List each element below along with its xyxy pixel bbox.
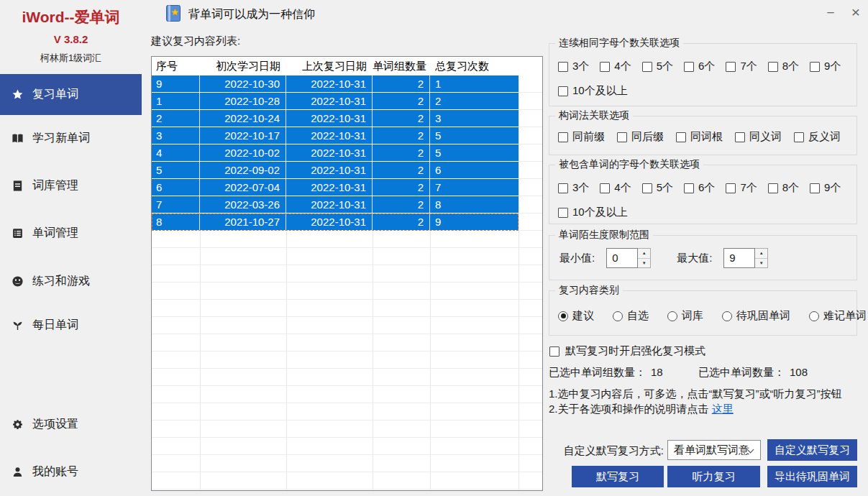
table-row[interactable]: 8 2021-10-27 2022-10-31 2 9 (152, 213, 518, 231)
radio-suggested[interactable]: 建议 (558, 309, 594, 323)
radio-hard-to-remember[interactable]: 难记单词 (809, 309, 867, 323)
column-header[interactable]: 序号 (152, 57, 200, 75)
spin-down-icon[interactable]: ▼ (638, 259, 650, 268)
checkbox-4-letters[interactable]: 4个 (600, 60, 631, 73)
checkbox-label: 8个 (782, 60, 799, 73)
sidebar-item-my-account[interactable]: 我的账号 (0, 451, 142, 492)
column-header[interactable]: 单词组数量 (373, 57, 430, 75)
max-value-spinner[interactable]: 9 ▲▼ (723, 248, 768, 268)
radio-word-library[interactable]: 词库 (667, 309, 703, 323)
sprout-icon (12, 319, 24, 331)
help-link[interactable]: 这里 (712, 403, 734, 415)
checkbox-synonym[interactable]: 同义词 (735, 130, 782, 144)
table-row[interactable]: 6 2022-07-04 2022-10-31 2 7 (152, 179, 518, 196)
table-cell: 2022-09-02 (200, 162, 286, 178)
checkbox-label: 4个 (614, 60, 631, 73)
sidebar-item-label: 我的账号 (32, 464, 78, 479)
checkbox-label: 5个 (657, 181, 673, 195)
checkbox-same-root[interactable]: 同词根 (676, 130, 723, 144)
instruction-line-2: 2.关于各选项和操作的说明请点击 这里 (549, 401, 865, 416)
checkbox-7-letters[interactable]: 7个 (726, 181, 757, 195)
checkbox-6-letters[interactable]: 6个 (684, 60, 715, 73)
sidebar-item-word-management[interactable]: 单词管理 (0, 213, 142, 254)
sidebar-item-label: 选项设置 (32, 417, 78, 432)
table-cell: 7 (152, 196, 200, 213)
checkbox-antonym[interactable]: 反义词 (794, 130, 841, 144)
checkbox-same-suffix[interactable]: 同后缀 (617, 130, 664, 144)
checkbox-label: 反义词 (808, 130, 841, 144)
review-list-table[interactable]: 序号 初次学习日期 上次复习日期 单词组数量 总复习次数 9 2022-10-3… (151, 56, 543, 491)
table-cell: 2022-10-31 (286, 196, 373, 213)
table-row[interactable]: 9 2022-10-30 2022-10-31 2 1 (152, 75, 518, 93)
radio-icon (667, 311, 677, 321)
checkbox-9-letters[interactable]: 9个 (810, 181, 841, 195)
checkbox-8-letters[interactable]: 8个 (768, 181, 799, 195)
checkbox-strengthen-mode[interactable]: 默写复习时开启强化复习模式 (549, 344, 705, 358)
table-cell: 5 (430, 127, 518, 144)
column-header[interactable]: 初次学习日期 (200, 57, 286, 75)
sidebar-item-word-library[interactable]: 词库管理 (0, 165, 142, 206)
column-header[interactable]: 上次复习日期 (286, 57, 373, 75)
table-cell: 2022-10-02 (200, 144, 286, 161)
book-icon (12, 180, 24, 192)
radio-label: 待巩固单词 (736, 309, 790, 323)
spin-up-icon[interactable]: ▲ (638, 249, 650, 259)
min-value-spinner[interactable]: 0 ▲▼ (606, 248, 651, 268)
radio-to-consolidate[interactable]: 待巩固单词 (722, 309, 790, 323)
radio-self-selected[interactable]: 自选 (613, 309, 649, 323)
radio-label: 建议 (572, 309, 594, 323)
checkbox-same-prefix[interactable]: 同前缀 (558, 130, 605, 144)
checkbox-10-plus-letters[interactable]: 10个及以上 (558, 206, 628, 219)
dictation-review-button[interactable]: 默写复习 (572, 466, 664, 487)
spin-up-icon[interactable]: ▲ (755, 249, 767, 259)
checkbox-3-letters[interactable]: 3个 (558, 181, 589, 195)
table-cell: 2022-10-24 (200, 110, 286, 127)
table-row[interactable]: 3 2022-10-17 2022-10-31 2 5 (152, 127, 518, 144)
sidebar-item-learn-new-words[interactable]: 学习新单词 (0, 118, 142, 159)
checkbox-icon (676, 132, 686, 142)
sidebar-item-settings[interactable]: 选项设置 (0, 404, 142, 445)
listening-review-button[interactable]: 听力复习 (667, 466, 760, 487)
table-cell: 2021-10-27 (200, 213, 286, 230)
export-consolidate-words-button[interactable]: 导出待巩固单词 (767, 466, 857, 487)
checkbox-9-letters[interactable]: 9个 (810, 60, 841, 73)
table-row[interactable]: 2 2022-10-24 2022-10-31 2 3 (152, 110, 518, 127)
checkbox-3-letters[interactable]: 3个 (558, 60, 589, 73)
checkbox-icon (726, 62, 736, 72)
app-brand: iWord--爱单词 V 3.8.2 柯林斯1级词汇 (0, 7, 142, 65)
checkbox-icon (558, 183, 568, 193)
table-row[interactable]: 1 2022-10-28 2022-10-31 2 2 (152, 93, 518, 110)
checkbox-5-letters[interactable]: 5个 (642, 181, 673, 195)
minimize-button[interactable]: – (821, 3, 840, 22)
table-row[interactable]: 4 2022-10-02 2022-10-31 2 5 (152, 144, 518, 162)
instruction-line-2-text: 2.关于各选项和操作的说明请点击 (549, 403, 712, 415)
checkbox-6-letters[interactable]: 6个 (684, 181, 715, 195)
checkbox-5-letters[interactable]: 5个 (642, 60, 673, 73)
checkbox-10-plus-letters[interactable]: 10个及以上 (558, 84, 628, 98)
checkbox-4-letters[interactable]: 4个 (600, 181, 631, 195)
checkbox-7-letters[interactable]: 7个 (726, 60, 757, 73)
table-row[interactable]: 7 2022-03-26 2022-10-31 2 8 (152, 196, 518, 213)
min-value-field[interactable]: 0 (606, 248, 638, 268)
checkbox-icon (558, 208, 568, 218)
close-button[interactable]: × (846, 3, 865, 22)
checkbox-label: 同词根 (690, 130, 723, 144)
table-cell: 2 (373, 110, 430, 127)
sidebar-item-label: 每日单词 (32, 318, 78, 333)
spin-down-icon[interactable]: ▼ (755, 259, 767, 268)
sidebar-item-label: 学习新单词 (32, 131, 90, 146)
checkbox-icon (684, 183, 694, 193)
custom-dictation-mode-select[interactable]: 看单词默写词意 (667, 440, 761, 460)
checkbox-icon (617, 132, 627, 142)
max-value-label: 最大值: (677, 252, 712, 265)
sidebar-item-practice-games[interactable]: 练习和游戏 (0, 261, 142, 302)
max-value-field[interactable]: 9 (723, 248, 755, 268)
checkbox-icon (549, 346, 559, 357)
column-header[interactable]: 总复习次数 (430, 57, 518, 75)
sidebar-item-review-words[interactable]: 复习单词 (0, 74, 142, 115)
sidebar-item-daily-words[interactable]: 每日单词 (0, 305, 142, 346)
checkbox-8-letters[interactable]: 8个 (768, 60, 799, 73)
table-row[interactable]: 5 2022-09-02 2022-10-31 2 6 (152, 162, 518, 179)
custom-dictation-review-button[interactable]: 自定义默写复习 (767, 439, 857, 461)
list-title: 建议复习内容列表: (151, 35, 240, 48)
